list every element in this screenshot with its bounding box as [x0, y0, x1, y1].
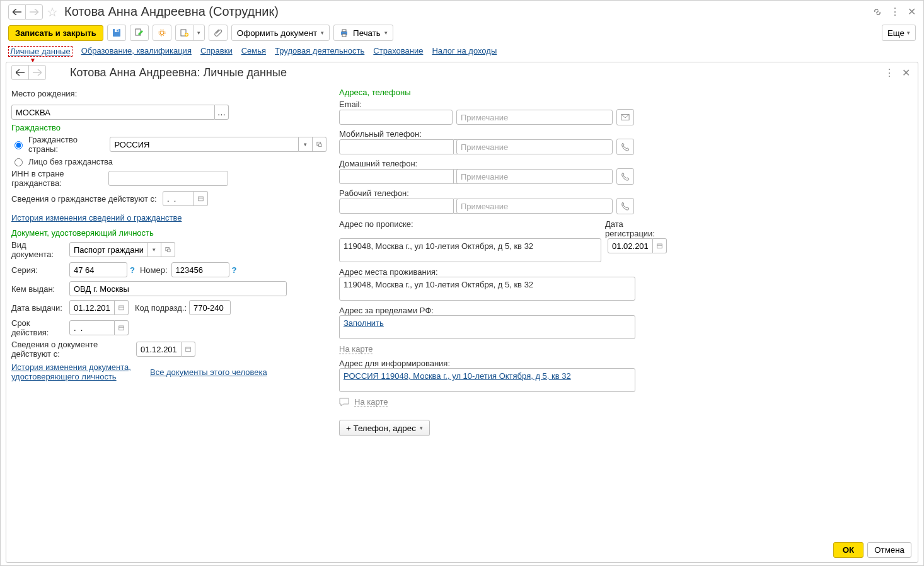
attach-button[interactable]	[209, 25, 228, 41]
citizenship-country-input[interactable]	[110, 137, 299, 152]
valid-until-input[interactable]	[69, 320, 115, 335]
menu-dots-icon[interactable]: ⋮	[890, 6, 900, 18]
nav-forward-button[interactable]	[25, 4, 43, 20]
sub-nav-forward-button[interactable]	[28, 65, 46, 80]
save-close-button[interactable]: Записать и закрыть	[8, 25, 103, 41]
issue-date-input[interactable]	[69, 300, 115, 315]
home-label: Домашний телефон:	[339, 159, 667, 168]
live-address-box[interactable]: 119048, Москва г., ул 10-летия Октября, …	[339, 277, 635, 301]
create-dropdown-toggle[interactable]: ▾	[193, 25, 205, 41]
birthplace-input[interactable]	[11, 105, 215, 120]
subwindow-title: Котова Анна Андреевна: Личные данные	[70, 66, 287, 79]
tab-employment[interactable]: Трудовая деятельность	[275, 46, 364, 57]
sub-nav-back-button[interactable]	[11, 65, 29, 80]
number-input[interactable]	[171, 262, 229, 277]
home-note-input[interactable]	[456, 169, 613, 184]
add-phone-address-button[interactable]: + Телефон, адрес ▾	[339, 420, 430, 436]
work-phone-input[interactable]	[339, 199, 454, 214]
inform-label: Адрес для информирования:	[339, 359, 667, 368]
save-button[interactable]	[107, 25, 126, 41]
work-call-button[interactable]	[616, 198, 634, 214]
dept-code-input[interactable]	[189, 300, 231, 315]
email-note-input[interactable]	[456, 110, 613, 125]
tab-tax[interactable]: Налог на доходы	[432, 46, 497, 57]
phone-icon	[621, 142, 630, 151]
reg-date-input[interactable]	[608, 238, 653, 253]
work-note-input[interactable]	[456, 199, 613, 214]
on-map-link-2[interactable]: На карте	[354, 397, 388, 407]
arrow-right-icon	[30, 9, 38, 15]
user-add-icon	[180, 28, 190, 38]
doc-valid-from-input[interactable]	[136, 342, 182, 357]
favorite-star-icon[interactable]: ☆	[47, 4, 58, 20]
comment-icon	[339, 398, 349, 407]
all-docs-link[interactable]: Все документы этого человека	[150, 367, 267, 377]
print-button-label: Печать	[353, 28, 381, 38]
subwindow-header: Котова Анна Андреевна: Личные данные ⋮ ✕	[6, 62, 918, 83]
citizenship-open-button[interactable]	[313, 137, 326, 152]
tab-certificates[interactable]: Справки	[200, 46, 233, 57]
on-map-link-1[interactable]: На карте	[339, 344, 372, 354]
link-icon[interactable]	[872, 7, 882, 17]
close-icon[interactable]: ✕	[908, 6, 916, 18]
svg-rect-19	[186, 347, 191, 352]
inn-input[interactable]	[108, 171, 228, 186]
personal-data-subwindow: Котова Анна Андреевна: Личные данные ⋮ ✕…	[6, 62, 918, 563]
create-button[interactable]	[175, 25, 194, 41]
citizenship-country-radio[interactable]	[14, 141, 23, 149]
nav-back-button[interactable]	[8, 4, 26, 20]
svg-rect-2	[117, 30, 118, 32]
diskette-icon	[112, 28, 122, 38]
citizenship-valid-label: Сведения о гражданстве действуют с:	[11, 194, 163, 204]
menu-dots-icon[interactable]: ⋮	[884, 67, 894, 79]
mobile-input[interactable]	[339, 139, 454, 154]
main-toolbar: Записать и закрыть ▾ Оформить документ ▾…	[1, 21, 923, 45]
email-input[interactable]	[339, 110, 453, 125]
issued-by-input[interactable]	[69, 281, 287, 296]
reg-address-box[interactable]: 119048, Москва г., ул 10-летия Октября, …	[339, 238, 601, 262]
home-phone-input[interactable]	[339, 169, 454, 184]
contacts-section-label: Адреса, телефоны	[339, 88, 667, 97]
email-send-button[interactable]	[616, 109, 634, 125]
series-help[interactable]: ?	[130, 265, 135, 275]
fill-link[interactable]: Заполнить	[344, 318, 384, 328]
inform-address-box[interactable]: РОССИЯ 119048, Москва г., ул 10-летия Ок…	[339, 368, 635, 392]
more-button[interactable]: Еще ▾	[882, 25, 916, 41]
valid-until-picker[interactable]	[115, 320, 129, 335]
mobile-note-input[interactable]	[456, 139, 613, 154]
home-call-button[interactable]	[616, 168, 634, 185]
open-icon	[165, 246, 171, 253]
close-icon[interactable]: ✕	[902, 67, 910, 79]
tab-family[interactable]: Семья	[241, 46, 266, 57]
tab-education[interactable]: Образование, квалификация	[81, 46, 192, 57]
tab-personal[interactable]: Личные данные	[8, 46, 72, 57]
ok-button[interactable]: ОК	[833, 542, 864, 558]
stateless-radio[interactable]	[14, 158, 23, 166]
issue-date-picker[interactable]	[115, 300, 129, 315]
edit-doc-button[interactable]	[130, 25, 149, 41]
mobile-label: Мобильный телефон:	[339, 129, 667, 139]
citizenship-valid-date-input[interactable]	[163, 191, 194, 206]
cancel-button[interactable]: Отмена	[867, 542, 911, 558]
inform-address-link[interactable]: РОССИЯ 119048, Москва г., ул 10-летия Ок…	[344, 371, 571, 381]
settings-button[interactable]	[153, 25, 171, 41]
citizenship-dropdown-button[interactable]: ▾	[299, 137, 313, 152]
number-help[interactable]: ?	[232, 265, 237, 275]
doc-type-input[interactable]	[69, 242, 147, 257]
doc-type-open-button[interactable]	[161, 242, 175, 257]
birthplace-more-button[interactable]: …	[215, 105, 229, 120]
reg-date-picker[interactable]	[653, 238, 667, 253]
citizenship-country-label: Гражданство страны:	[28, 135, 106, 154]
doc-type-dropdown-button[interactable]: ▾	[147, 242, 161, 257]
citizenship-history-link[interactable]: История изменения сведений о гражданстве	[11, 213, 182, 222]
tab-insurance[interactable]: Страхование	[373, 46, 423, 57]
doc-history-link[interactable]: История изменения документа, удостоверяю…	[11, 362, 131, 381]
citizenship-valid-date-picker[interactable]	[194, 191, 208, 206]
document-button[interactable]: Оформить документ ▾	[231, 25, 330, 41]
print-button[interactable]: Печать ▾	[333, 25, 393, 41]
mobile-call-button[interactable]	[616, 139, 634, 155]
svg-rect-17	[119, 326, 124, 330]
abroad-address-box[interactable]: Заполнить	[339, 315, 635, 339]
doc-valid-from-picker[interactable]	[182, 342, 195, 357]
series-input[interactable]	[69, 262, 127, 277]
